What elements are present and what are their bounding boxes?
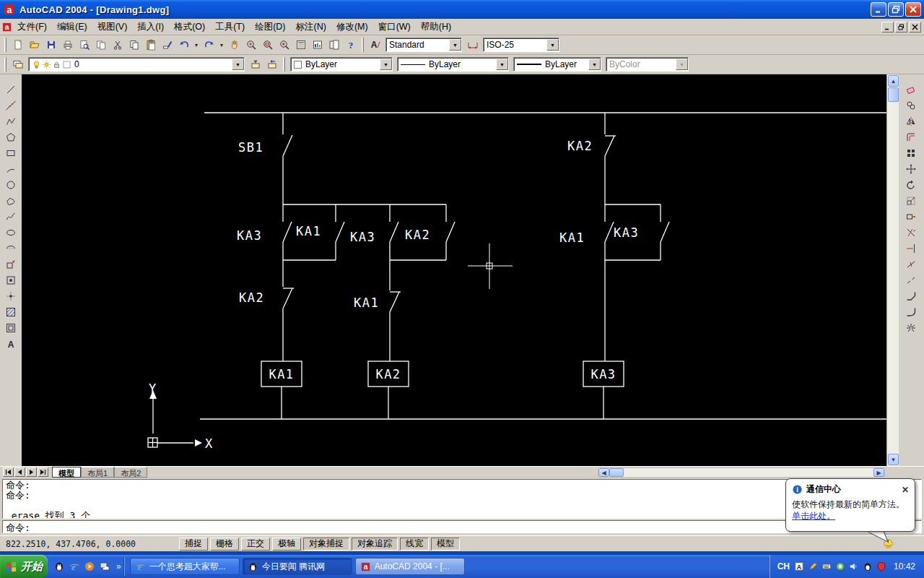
chamfer-button[interactable] bbox=[902, 288, 920, 304]
text-style-button[interactable]: A bbox=[367, 37, 383, 53]
scroll-down-button[interactable]: ▼ bbox=[888, 454, 899, 465]
ellipse-arc-button[interactable] bbox=[2, 241, 19, 256]
color-swatch-icon[interactable] bbox=[62, 60, 71, 69]
toggle-对象追踪[interactable]: 对象追踪 bbox=[352, 538, 398, 551]
volume-icon[interactable] bbox=[849, 561, 859, 571]
match-properties-button[interactable] bbox=[159, 37, 175, 53]
toolbar-grip[interactable] bbox=[362, 38, 364, 52]
insert-block-button[interactable] bbox=[2, 256, 19, 272]
chevron-down-icon[interactable]: ▼ bbox=[232, 59, 244, 70]
toggle-正交[interactable]: 正交 bbox=[241, 538, 270, 551]
tab-scroll-first-button[interactable] bbox=[3, 467, 14, 477]
doc-restore-button[interactable] bbox=[895, 22, 907, 33]
menu-item-3[interactable]: 插入(I) bbox=[132, 19, 169, 35]
hscroll-thumb[interactable] bbox=[609, 468, 624, 477]
fillet-button[interactable] bbox=[902, 304, 920, 320]
spline-button[interactable] bbox=[2, 209, 19, 225]
chevron-down-icon[interactable]: ▼ bbox=[588, 59, 601, 70]
pan-realtime-button[interactable] bbox=[226, 37, 243, 53]
scroll-up-button[interactable]: ▲ bbox=[888, 75, 899, 87]
point-button[interactable] bbox=[2, 288, 19, 304]
task-button-2[interactable]: aAutoCAD 2004 - [... bbox=[355, 558, 465, 575]
layer-previous-button[interactable] bbox=[263, 56, 280, 73]
redo-flyout-button[interactable]: ▾ bbox=[217, 37, 226, 53]
make-block-button[interactable] bbox=[2, 272, 19, 288]
array-button[interactable] bbox=[902, 145, 920, 161]
scale-button[interactable] bbox=[902, 193, 920, 209]
plot-button[interactable] bbox=[59, 37, 76, 53]
redo-button[interactable] bbox=[201, 37, 217, 53]
drawing-canvas[interactable]: SB1KA3KA1KA3KA2KA2KA1KA2KA1KA3KA1KA2KA3Y… bbox=[22, 74, 886, 466]
polyline-button[interactable] bbox=[2, 113, 19, 129]
erase-button[interactable] bbox=[902, 82, 920, 98]
revision-cloud-button[interactable] bbox=[2, 193, 19, 209]
quick-launch-overflow[interactable]: » bbox=[116, 561, 121, 571]
move-button[interactable] bbox=[902, 161, 920, 177]
toolbar-grip[interactable] bbox=[4, 38, 6, 52]
line-button[interactable] bbox=[2, 82, 19, 98]
task-button-1[interactable]: 今日要闻 腾讯网 bbox=[243, 558, 352, 575]
polygon-button[interactable] bbox=[2, 129, 19, 145]
menu-item-6[interactable]: 绘图(D) bbox=[250, 19, 290, 35]
scroll-right-button[interactable]: ▶ bbox=[873, 468, 884, 477]
dim-style-button[interactable] bbox=[464, 37, 481, 53]
pen-icon[interactable] bbox=[808, 561, 818, 571]
new-file-button[interactable] bbox=[9, 37, 26, 53]
menu-item-7[interactable]: 标注(N) bbox=[291, 19, 331, 35]
help-button[interactable]: ? bbox=[342, 37, 359, 53]
undo-flyout-button[interactable]: ▾ bbox=[192, 37, 201, 53]
menu-item-0[interactable]: 文件(F) bbox=[12, 19, 52, 35]
color-combo[interactable]: ByLayer ▼ bbox=[290, 57, 393, 72]
publish-button[interactable] bbox=[92, 37, 109, 53]
stretch-button[interactable] bbox=[902, 209, 920, 225]
quick-launch-internet-explorer[interactable]: e bbox=[69, 561, 80, 572]
restore-button[interactable] bbox=[888, 2, 904, 17]
dim-style-combo[interactable]: ISO-25 ▼ bbox=[483, 38, 559, 52]
toggle-线宽[interactable]: 线宽 bbox=[400, 538, 429, 551]
balloon-link[interactable]: 单击此处。 bbox=[792, 510, 909, 522]
toggle-栅格[interactable]: 栅格 bbox=[210, 538, 239, 551]
rotate-button[interactable] bbox=[902, 177, 920, 193]
security-icon[interactable] bbox=[876, 561, 886, 571]
break-button[interactable] bbox=[902, 272, 920, 288]
quick-launch-media-player[interactable] bbox=[84, 561, 95, 572]
toolbar-grip[interactable] bbox=[283, 57, 285, 72]
tab-scroll-prev-button[interactable] bbox=[14, 467, 25, 477]
zoom-window-button[interactable] bbox=[259, 37, 276, 53]
command-history[interactable]: 命令:命令: _erase 找到 3 个 bbox=[2, 479, 922, 519]
cut-button[interactable] bbox=[109, 37, 126, 53]
linetype-combo[interactable]: ByLayer ▼ bbox=[397, 57, 509, 72]
keyboard-icon[interactable] bbox=[821, 561, 832, 571]
close-button[interactable] bbox=[905, 2, 921, 17]
text-style-combo[interactable]: Standard ▼ bbox=[385, 38, 462, 52]
chevron-down-icon[interactable]: ▼ bbox=[496, 59, 508, 70]
layer-manager-button[interactable] bbox=[9, 56, 26, 73]
break-at-point-button[interactable] bbox=[902, 256, 920, 272]
vscroll-thumb[interactable] bbox=[888, 87, 899, 102]
paste-button[interactable] bbox=[142, 37, 159, 53]
tab-scroll-next-button[interactable] bbox=[26, 467, 37, 477]
toggle-对象捕捉[interactable]: 对象捕捉 bbox=[303, 538, 349, 551]
bulb-icon[interactable] bbox=[32, 60, 41, 69]
horizontal-scrollbar[interactable]: ◀ ▶ bbox=[598, 467, 885, 478]
menu-item-5[interactable]: 工具(T) bbox=[210, 19, 250, 35]
msn-icon[interactable] bbox=[835, 561, 845, 571]
quick-launch-show-desktop[interactable] bbox=[99, 561, 110, 572]
zoom-realtime-button[interactable] bbox=[243, 37, 259, 53]
properties-button[interactable] bbox=[292, 37, 309, 53]
balloon-close-icon[interactable]: ✕ bbox=[902, 485, 909, 495]
lineweight-combo[interactable]: ByLayer ▼ bbox=[513, 57, 601, 72]
tab-scroll-last-button[interactable] bbox=[38, 467, 48, 477]
menu-item-8[interactable]: 修改(M) bbox=[331, 19, 373, 35]
explode-button[interactable] bbox=[902, 320, 920, 336]
multiline-text-button[interactable]: A bbox=[2, 336, 19, 352]
chevron-down-icon[interactable]: ▼ bbox=[546, 39, 559, 51]
toolbar-grip[interactable] bbox=[4, 57, 6, 72]
region-button[interactable] bbox=[2, 320, 19, 336]
rectangle-button[interactable] bbox=[2, 145, 19, 161]
qq-tray-icon[interactable] bbox=[863, 561, 873, 571]
chevron-down-icon[interactable]: ▼ bbox=[380, 59, 392, 70]
menu-item-4[interactable]: 格式(O) bbox=[169, 19, 210, 35]
doc-minimize-button[interactable] bbox=[881, 22, 894, 33]
vertical-scrollbar[interactable]: ▲ ▼ bbox=[886, 74, 899, 466]
